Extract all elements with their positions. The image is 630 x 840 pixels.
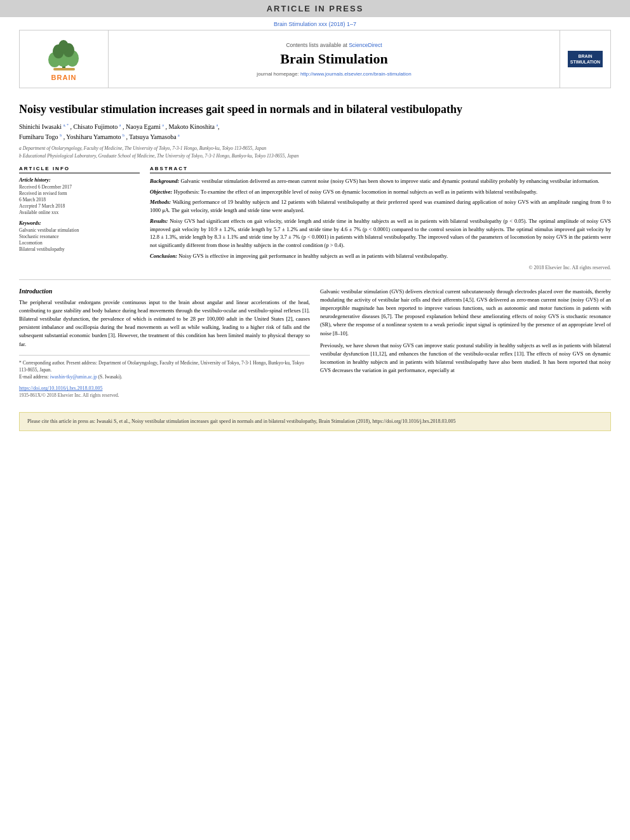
- intro-right-paragraph2: Previously, we have shown that noisy GVS…: [320, 342, 611, 375]
- keyword-1: Galvanic vestibular stimulation: [19, 227, 140, 233]
- journal-homepage-link[interactable]: http://www.journals.elsevier.com/brain-s…: [300, 71, 412, 77]
- journal-header: BRAIN Contents lists available at Scienc…: [19, 30, 611, 88]
- keyword-4: Bilateral vestibulopathy: [19, 246, 140, 252]
- affiliations: a Department of Otolaryngology, Faculty …: [19, 145, 611, 159]
- received-date: Received 6 December 2017: [19, 184, 140, 190]
- keywords-section: Keywords: Galvanic vestibular stimulatio…: [19, 220, 140, 252]
- revised-date: 6 March 2018: [19, 197, 140, 203]
- accepted-date: Accepted 7 March 2018: [19, 203, 140, 209]
- abstract-header: ABSTRACT: [150, 166, 611, 173]
- article-info-column: ARTICLE INFO Article history: Received 6…: [19, 166, 140, 272]
- conclusion-text: Noisy GVS is effective in improving gait…: [178, 253, 448, 259]
- doi-link[interactable]: https://doi.org/10.1016/j.brs.2018.03.00…: [19, 385, 310, 391]
- journal-title: Brain Stimulation: [280, 51, 387, 67]
- citation-bar-text: Please cite this article in press as: Iw…: [27, 418, 456, 424]
- abstract-methods: Methods: Walking performance of 19 healt…: [150, 198, 611, 215]
- intro-right-column: Galvanic vestibular stimulation (GVS) de…: [320, 288, 611, 399]
- sciencedirect-line: Contents lists available at ScienceDirec…: [286, 42, 382, 48]
- article-in-press-banner: ARTICLE IN PRESS: [0, 0, 630, 17]
- abstract-column: ABSTRACT Background: Galvanic vestibular…: [150, 166, 611, 272]
- elsevier-logo: BRAIN: [42, 37, 86, 81]
- citation-bar: Please cite this article in press as: Iw…: [19, 412, 611, 431]
- introduction-title: Introduction: [19, 288, 310, 295]
- background-text: Galvanic vestibular stimulation delivere…: [180, 178, 599, 184]
- abstract-background: Background: Galvanic vestibular stimulat…: [150, 177, 611, 185]
- background-label: Background:: [150, 178, 179, 184]
- introduction-paragraph1: The peripheral vestibular endorgans prov…: [19, 298, 310, 349]
- article-info-abstract-section: ARTICLE INFO Article history: Received 6…: [19, 166, 611, 272]
- abstract-text: Background: Galvanic vestibular stimulat…: [150, 177, 611, 272]
- journal-title-section: Contents lists available at ScienceDirec…: [109, 30, 560, 88]
- doi-section: https://doi.org/10.1016/j.brs.2018.03.00…: [19, 385, 310, 398]
- conclusion-label: Conclusion:: [150, 253, 177, 259]
- elsevier-wordmark: BRAIN: [51, 74, 77, 81]
- results-label: Results:: [150, 218, 168, 224]
- footnote-email-link[interactable]: iwashin-tky@umin.ac.jp: [50, 374, 97, 380]
- abstract-results: Results: Noisy GVS had significant effec…: [150, 217, 611, 250]
- brain-stim-logo-line2: STIMULATION: [570, 59, 600, 65]
- sciencedirect-link[interactable]: ScienceDirect: [349, 42, 382, 48]
- svg-rect-7: [53, 68, 75, 70]
- affiliation-b: b Educational Physiological Laboratory, …: [19, 152, 611, 159]
- svg-point-6: [58, 40, 69, 53]
- methods-text: Walking performance of 19 healthy subjec…: [150, 199, 611, 213]
- intro-right-paragraph1: Galvanic vestibular stimulation (GVS) de…: [320, 288, 611, 338]
- introduction-section: Introduction The peripheral vestibular e…: [19, 288, 611, 399]
- main-content: Noisy vestibular stimulation increases g…: [0, 88, 630, 406]
- footnote-section: * Corresponding author. Present address:…: [19, 355, 310, 381]
- brain-stim-logo-section: BRAIN STIMULATION: [560, 30, 610, 88]
- objective-text: Hypothesis: To examine the effect of an …: [174, 189, 538, 195]
- revised-label: Received in revised form: [19, 190, 140, 196]
- issn-text: 1935-861X/© 2018 Elsevier Inc. All right…: [19, 392, 310, 398]
- keyword-3: Locomotion: [19, 240, 140, 246]
- footnote-corresponding: * Corresponding author. Present address:…: [19, 359, 310, 374]
- journal-citation: Brain Stimulation xxx (2018) 1–7: [0, 17, 630, 30]
- section-divider: [19, 279, 611, 280]
- methods-label: Methods:: [150, 199, 171, 205]
- intro-left-column: Introduction The peripheral vestibular e…: [19, 288, 310, 399]
- keywords-label: Keywords:: [19, 220, 140, 226]
- brain-stim-logo-box: BRAIN STIMULATION: [568, 51, 603, 67]
- article-history-label: Article history:: [19, 177, 140, 183]
- brain-stim-logo: BRAIN STIMULATION: [568, 51, 603, 67]
- copyright-line: © 2018 Elsevier Inc. All rights reserved…: [150, 264, 611, 272]
- elsevier-logo-section: BRAIN: [20, 30, 109, 88]
- abstract-conclusion: Conclusion: Noisy GVS is effective in im…: [150, 252, 611, 260]
- article-title: Noisy vestibular stimulation increases g…: [19, 102, 611, 117]
- authors: Shinichi Iwasaki a, * , Chisato Fujimoto…: [19, 122, 611, 142]
- elsevier-tree-icon: [42, 37, 86, 72]
- results-text: Noisy GVS had significant effects on gai…: [150, 218, 611, 248]
- keyword-2: Stochastic resonance: [19, 234, 140, 239]
- journal-homepage: journal homepage: http://www.journals.el…: [257, 71, 411, 77]
- article-info-header: ARTICLE INFO: [19, 166, 140, 173]
- author-iwasaki: Shinichi Iwasaki: [19, 123, 63, 130]
- affiliation-a: a Department of Otolaryngology, Faculty …: [19, 145, 611, 152]
- objective-label: Objective:: [150, 189, 172, 195]
- footnote-email: E-mail address: iwashin-tky@umin.ac.jp (…: [19, 373, 310, 380]
- abstract-objective: Objective: Hypothesis: To examine the ef…: [150, 188, 611, 196]
- brain-stim-logo-line1: BRAIN: [570, 53, 600, 59]
- available-online: Available online xxx: [19, 210, 140, 215]
